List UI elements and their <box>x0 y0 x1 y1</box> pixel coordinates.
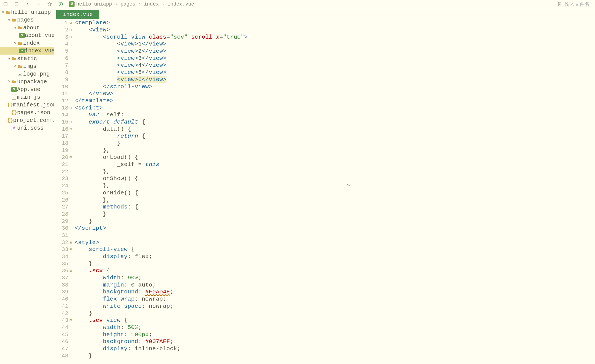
code-line-45[interactable]: 45⊟ height: 100px; <box>54 331 595 338</box>
tree-item-about[interactable]: ∨about <box>0 24 54 31</box>
code-line-12[interactable]: 12⊟</template> <box>54 97 595 105</box>
code-line-20[interactable]: 20⊟ onLoad() { <box>54 154 595 161</box>
save-icon[interactable] <box>11 0 22 8</box>
code-line-22[interactable]: 22⊟ }, <box>54 168 595 175</box>
nav-forward-icon[interactable] <box>33 0 44 8</box>
toolbar: Uhello uniapp › pages › index › index.vu… <box>0 0 595 8</box>
code-line-36[interactable]: 36⊟ .scv { <box>54 267 595 274</box>
code-line-6[interactable]: 6⊟ <view>3</view> <box>54 55 595 62</box>
breadcrumb-item[interactable]: pages <box>120 1 135 7</box>
code-line-37[interactable]: 37⊟ width: 90%; <box>54 274 595 282</box>
tree-item-imgs[interactable]: >imgs <box>0 62 54 70</box>
code-line-17[interactable]: 17⊟ return { <box>54 133 595 140</box>
tree-item-pages[interactable]: ∨pages <box>0 16 54 24</box>
tree-item-static[interactable]: ∨static <box>0 55 54 62</box>
code-line-25[interactable]: 25⊟ onHide() { <box>54 189 595 197</box>
code-line-31[interactable]: 31⊟ <box>54 232 595 239</box>
code-line-35[interactable]: 35⊟ } <box>54 260 595 267</box>
tree-item-unpackage[interactable]: >unpackage <box>0 78 54 85</box>
code-line-16[interactable]: 16⊟ data() { <box>54 125 595 133</box>
code-line-46[interactable]: 46⊟ background: #007AFF; <box>54 338 595 345</box>
code-line-5[interactable]: 5⊟ <view>2</view> <box>54 48 595 55</box>
tab-index-vue[interactable]: index.vue <box>56 10 99 19</box>
code-line-27[interactable]: 27⊟ methods: { <box>54 204 595 211</box>
code-line-42[interactable]: 42⊟ } <box>54 310 595 317</box>
code-line-8[interactable]: 8⊟ <view>5</view> <box>54 69 595 76</box>
nav-back-icon[interactable] <box>22 0 33 8</box>
code-line-10[interactable]: 10⊟ </scroll-view> <box>54 83 595 90</box>
code-line-21[interactable]: 21⊟ _self = this <box>54 161 595 168</box>
file-explorer[interactable]: ∨hello uniapp∨pages∨aboutVabout.vue∨inde… <box>0 8 54 364</box>
code-line-13[interactable]: 13⊟<script> <box>54 104 595 111</box>
code-line-38[interactable]: 38⊟ margin: 0 auto; <box>54 281 595 288</box>
svg-rect-0 <box>4 2 7 6</box>
menu-icon[interactable] <box>0 0 11 8</box>
tree-item-index-vue[interactable]: Vindex.vue <box>0 47 54 55</box>
run-icon[interactable] <box>55 0 66 8</box>
code-line-1[interactable]: 1⊟<template> <box>54 19 595 26</box>
code-line-23[interactable]: 23⊟ onShow() { <box>54 175 595 182</box>
code-line-30[interactable]: 30⊟</script> <box>54 225 595 232</box>
code-line-18[interactable]: 18⊟ } <box>54 140 595 147</box>
code-line-47[interactable]: 47⊟ display: inline-block; <box>54 345 595 352</box>
code-line-29[interactable]: 29⊟ } <box>54 218 595 225</box>
tree-item-App-vue[interactable]: VApp.vue <box>0 85 54 93</box>
code-line-11[interactable]: 11⊟ </view> <box>54 90 595 97</box>
code-line-24[interactable]: 24⊟ }, <box>54 182 595 189</box>
code-line-3[interactable]: 3⊟ <scroll-view class="scv" scroll-x="tr… <box>54 33 595 41</box>
code-line-44[interactable]: 44⊟ width: 50%; <box>54 324 595 331</box>
tree-item-project-config-[interactable]: {}project.config.... <box>0 116 54 124</box>
breadcrumb: Uhello uniapp › pages › index › index.vu… <box>69 1 194 7</box>
code-line-41[interactable]: 41⊟ white-space: nowrap; <box>54 303 595 310</box>
code-line-19[interactable]: 19⊟ }, <box>54 147 595 154</box>
tree-item-uni-scss[interactable]: #uni.scss <box>0 124 54 132</box>
breadcrumb-item[interactable]: index <box>144 1 159 7</box>
code-line-14[interactable]: 14⊟ var _self; <box>54 111 595 119</box>
code-line-4[interactable]: 4⊟ <view>1</view> <box>54 41 595 48</box>
code-line-9[interactable]: 9⊟ <view>6</view> <box>54 76 595 83</box>
breadcrumb-project[interactable]: Uhello uniapp <box>69 1 112 7</box>
tab-bar: index.vue <box>54 8 595 19</box>
code-line-33[interactable]: 33⊟ scroll-view { <box>54 246 595 253</box>
code-editor[interactable]: 1⊟<template>2⊟ <view>3⊟ <scroll-view cla… <box>54 19 595 364</box>
tree-item-pages-json[interactable]: {}pages.json <box>0 109 54 116</box>
tree-item-main-js[interactable]: main.js <box>0 93 54 101</box>
star-icon[interactable] <box>44 0 55 8</box>
tree-item-index[interactable]: ∨index <box>0 39 54 47</box>
code-line-7[interactable]: 7⊟ <view>4</view> <box>54 62 595 69</box>
new-file-icon[interactable] <box>557 2 562 7</box>
breadcrumb-file[interactable]: index.vue <box>167 1 194 7</box>
code-line-48[interactable]: 48⊟ } <box>54 352 595 359</box>
code-line-26[interactable]: 26⊟ }, <box>54 196 595 204</box>
code-line-32[interactable]: 32⊟<style> <box>54 239 595 246</box>
code-line-43[interactable]: 43⊟ .scv view { <box>54 317 595 324</box>
code-line-15[interactable]: 15⊟ export default { <box>54 119 595 126</box>
search-input[interactable]: 输入文件名 <box>565 1 589 7</box>
code-line-40[interactable]: 40⊟ flex-wrap: nowrap; <box>54 296 595 303</box>
tree-item-logo-png[interactable]: logo.png <box>0 70 54 78</box>
tree-item-about-vue[interactable]: Vabout.vue <box>0 31 54 39</box>
tree-item-manifest-json[interactable]: {}manifest.json <box>0 101 54 109</box>
code-line-28[interactable]: 28⊟ } <box>54 211 595 218</box>
tree-item-hello-uniapp[interactable]: ∨hello uniapp <box>0 8 54 16</box>
code-line-2[interactable]: 2⊟ <view> <box>54 26 595 34</box>
code-line-39[interactable]: 39⊟ background: #F0AD4E; <box>54 288 595 296</box>
code-line-34[interactable]: 34⊟ display: flex; <box>54 253 595 260</box>
